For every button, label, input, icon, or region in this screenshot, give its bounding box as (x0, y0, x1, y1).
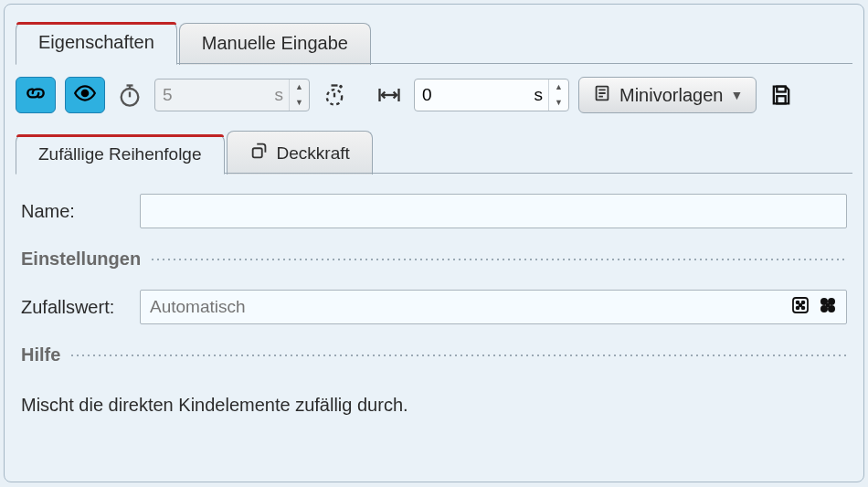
name-input[interactable] (140, 194, 847, 228)
subtab-deckkraft-label: Deckkraft (277, 143, 350, 164)
minivorlagen-dropdown[interactable]: Minivorlagen ▼ (578, 77, 757, 113)
tab-eigenschaften[interactable]: Eigenschaften (16, 22, 177, 65)
spin-down-icon[interactable]: ▼ (290, 95, 309, 111)
section-einstellungen: Einstellungen (21, 249, 847, 270)
svg-rect-17 (826, 303, 830, 307)
svg-point-10 (797, 307, 799, 310)
timing-reset-button[interactable] (319, 79, 350, 111)
offset-spinner[interactable]: ▲ ▼ (548, 79, 568, 111)
svg-rect-5 (778, 96, 786, 103)
chain-icon (24, 81, 48, 109)
chevron-down-icon: ▼ (730, 88, 743, 102)
duration-spinner[interactable]: ▲ ▼ (289, 79, 309, 111)
name-row: Name: (21, 194, 847, 228)
subtab-zufaellige-reihenfolge[interactable]: Zufällige Reihenfolge (16, 134, 225, 175)
section-einstellungen-label: Einstellungen (21, 249, 150, 270)
minivorlagen-label: Minivorlagen (619, 85, 723, 106)
svg-point-8 (797, 302, 799, 304)
opacity-icon (249, 141, 270, 165)
main-tabstrip: Eigenschaften Manuelle Eingabe (16, 5, 852, 64)
offset-input[interactable] (415, 85, 535, 105)
duration-field[interactable]: s ▲ ▼ (154, 79, 310, 111)
clover-icon[interactable] (817, 294, 839, 320)
tab-manuelle-label: Manuelle Eingabe (202, 33, 348, 53)
section-hilfe: Hilfe (21, 344, 847, 365)
spin-down-icon[interactable]: ▼ (549, 95, 568, 111)
zufallswert-row: Zufallswert: (21, 290, 847, 324)
subtab-deckkraft[interactable]: Deckkraft (227, 131, 373, 175)
spin-up-icon[interactable]: ▲ (549, 79, 568, 95)
spin-up-icon[interactable]: ▲ (290, 79, 309, 95)
svg-point-12 (799, 304, 802, 307)
offset-unit: s (535, 85, 549, 105)
dice-icon[interactable] (789, 294, 811, 320)
svg-point-9 (802, 302, 805, 304)
eye-icon (73, 81, 97, 109)
stopwatch-icon (114, 79, 145, 111)
tab-eigenschaften-label: Eigenschaften (38, 32, 154, 52)
duration-input[interactable] (155, 85, 275, 105)
name-label: Name: (21, 201, 140, 222)
svg-rect-4 (778, 87, 786, 92)
sub-tabstrip: Zufällige Reihenfolge Deckkraft (16, 126, 852, 174)
svg-point-11 (802, 307, 805, 310)
svg-rect-6 (252, 148, 261, 157)
help-text: Mischt die direkten Kindelemente zufälli… (21, 386, 847, 416)
zufallswert-field[interactable] (140, 290, 847, 324)
svg-point-0 (82, 90, 89, 97)
toolbar: s ▲ ▼ s ▲ (5, 64, 863, 122)
zufallswert-input[interactable] (141, 297, 782, 317)
link-toggle-button[interactable] (16, 77, 56, 113)
visibility-toggle-button[interactable] (65, 77, 105, 113)
template-icon (592, 83, 612, 108)
properties-panel: Eigenschaften Manuelle Eingabe (4, 4, 864, 482)
subtab-zufall-label: Zufällige Reihenfolge (38, 144, 202, 164)
width-arrows-icon (374, 79, 405, 111)
section-hilfe-label: Hilfe (21, 344, 69, 365)
duration-unit: s (275, 85, 290, 105)
save-button[interactable] (766, 79, 797, 111)
zufallswert-label: Zufallswert: (21, 297, 140, 318)
form-body: Name: Einstellungen Zufallswert: (5, 174, 863, 425)
tab-manuelle-eingabe[interactable]: Manuelle Eingabe (179, 23, 371, 65)
offset-field[interactable]: s ▲ ▼ (414, 79, 569, 111)
